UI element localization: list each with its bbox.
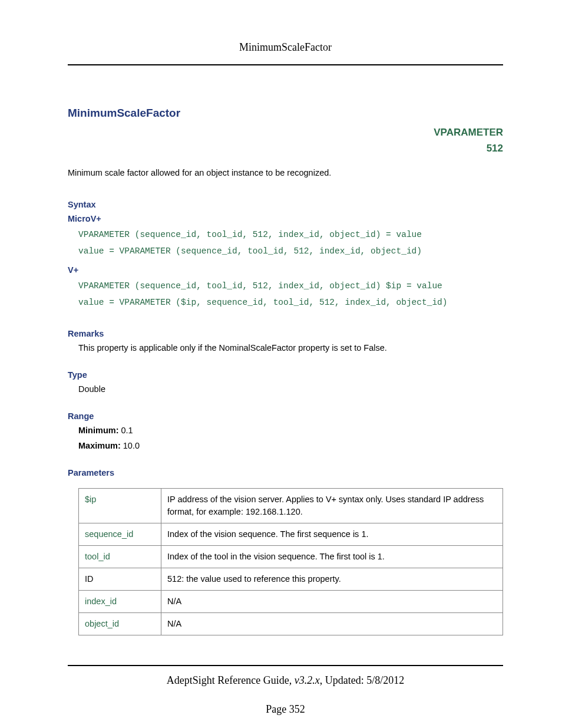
footer-updated-label: Updated: <box>325 674 364 686</box>
table-row: $ipIP address of the vision server. Appl… <box>79 488 503 523</box>
type-section: Type Double <box>68 370 503 394</box>
type-heading: Type <box>68 370 503 380</box>
footer-updated-value: 5/8/2012 <box>366 674 404 686</box>
table-row: ID512: the value used to reference this … <box>79 568 503 590</box>
param-name: tool_id <box>79 545 161 568</box>
running-header: MinimumScaleFactor <box>68 41 503 65</box>
document-page: MinimumScaleFactor MinimumScaleFactor VP… <box>0 0 562 728</box>
remarks-text: This property is applicable only if the … <box>78 343 503 353</box>
page-number: Page 352 <box>68 703 503 716</box>
remarks-heading: Remarks <box>68 329 503 338</box>
footer-doc: AdeptSight Reference Guide <box>167 674 289 686</box>
microv-heading: MicroV+ <box>68 214 503 223</box>
table-row: object_idN/A <box>79 612 503 635</box>
parameters-tbody: $ipIP address of the vision server. Appl… <box>79 488 503 635</box>
param-name: ID <box>79 568 161 590</box>
param-name: sequence_id <box>79 523 161 545</box>
footer: AdeptSight Reference Guide, v3.2.x, Upda… <box>68 665 503 716</box>
remarks-section: Remarks This property is applicable only… <box>68 329 503 353</box>
range-min-label: Minimum: <box>78 426 118 435</box>
parameters-table: $ipIP address of the vision server. Appl… <box>78 488 503 635</box>
badge-line2: 512 <box>68 140 503 156</box>
badge-line1: VPARAMETER <box>68 124 503 140</box>
footer-line: AdeptSight Reference Guide, v3.2.x, Upda… <box>68 674 503 687</box>
page-title: MinimumScaleFactor <box>68 107 180 120</box>
param-desc: Index of the tool in the vision sequence… <box>161 545 503 568</box>
page-num-value: 352 <box>289 703 305 715</box>
footer-version: v3.2.x <box>295 674 320 686</box>
param-desc: Index of the vision sequence. The first … <box>161 523 503 545</box>
intro-text: Minimum scale factor allowed for an obje… <box>68 168 503 177</box>
table-row: sequence_idIndex of the vision sequence.… <box>79 523 503 545</box>
param-name: index_id <box>79 590 161 612</box>
range-max-label: Maximum: <box>78 441 121 450</box>
param-desc: N/A <box>161 612 503 635</box>
param-desc: 512: the value used to reference this pr… <box>161 568 503 590</box>
parameters-section: Parameters $ipIP address of the vision s… <box>68 468 503 635</box>
range-min: Minimum: 0.1 <box>78 426 503 435</box>
range-heading: Range <box>68 411 503 421</box>
param-desc: N/A <box>161 590 503 612</box>
syntax-section: Syntax MicroV+ VPARAMETER (sequence_id, … <box>68 200 503 311</box>
running-title: MinimumScaleFactor <box>239 41 332 53</box>
parameters-heading: Parameters <box>68 468 503 477</box>
range-max-value: 10.0 <box>123 441 140 450</box>
table-row: tool_idIndex of the tool in the vision s… <box>79 545 503 568</box>
vparameter-badge: VPARAMETER 512 <box>68 124 503 156</box>
param-name: $ip <box>79 488 161 523</box>
range-section: Range Minimum: 0.1 Maximum: 10.0 <box>68 411 503 450</box>
type-text: Double <box>78 384 503 394</box>
param-desc: IP address of the vision server. Applies… <box>161 488 503 523</box>
microv-code: VPARAMETER (sequence_id, tool_id, 512, i… <box>78 227 503 259</box>
syntax-heading: Syntax <box>68 200 503 209</box>
vplus-heading: V+ <box>68 265 503 275</box>
param-name: object_id <box>79 612 161 635</box>
range-max: Maximum: 10.0 <box>78 441 503 450</box>
title-row: MinimumScaleFactor <box>68 107 503 120</box>
vplus-code: VPARAMETER (sequence_id, tool_id, 512, i… <box>78 278 503 311</box>
table-row: index_idN/A <box>79 590 503 612</box>
range-min-value: 0.1 <box>121 426 133 435</box>
page-label: Page <box>266 703 286 715</box>
